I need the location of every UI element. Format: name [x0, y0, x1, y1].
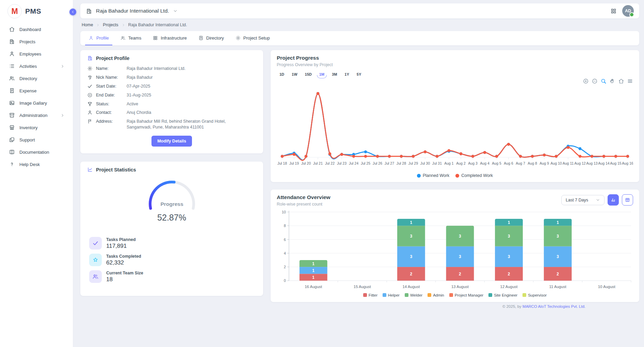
grid-icon	[153, 35, 158, 41]
svg-text:Aug 11: Aug 11	[563, 161, 574, 165]
breadcrumb-home[interactable]: Home	[82, 22, 93, 27]
legend-welder[interactable]: Welder	[405, 293, 422, 297]
chart-line-icon	[87, 167, 93, 172]
range-button-1m[interactable]: 1M	[317, 71, 327, 77]
tab-infrastructure[interactable]: Infrastructure	[149, 31, 190, 45]
people-icon	[9, 75, 15, 81]
stat-tasks-planned: Tasks Planned117,891	[89, 237, 256, 250]
legend-label: Completed Work	[461, 173, 493, 178]
profile-field-nick-name: Nick Name:Raja Bahadur	[87, 75, 256, 80]
svg-text:15 August: 15 August	[354, 285, 371, 289]
sidebar-item-directory[interactable]: Directory	[0, 72, 73, 85]
stat-value: 62,332	[106, 259, 141, 266]
legend-label: Site Engineer	[494, 293, 517, 297]
footer-company-link[interactable]: MARCO AIoT Technologies Pvt. Ltd.	[522, 304, 585, 308]
sidebar-item-documentation[interactable]: Documentation	[0, 146, 73, 158]
legend-swatch	[449, 293, 453, 297]
footer-prefix: © 2025, by	[502, 304, 521, 308]
range-button-3m[interactable]: 3M	[329, 71, 340, 77]
svg-text:Aug 9: Aug 9	[540, 161, 549, 165]
flag-icon	[87, 119, 93, 124]
sidebar-item-help-desk[interactable]: Help Desk	[0, 158, 73, 170]
sidebar-item-administration[interactable]: Administration	[0, 109, 73, 121]
legend-completed-work[interactable]: Completed Work	[455, 173, 493, 178]
legend-supervisor[interactable]: Supervisor	[522, 293, 547, 297]
zoom-in-button[interactable]	[583, 78, 589, 85]
sidebar-item-support[interactable]: Support	[0, 134, 73, 146]
breadcrumb-projects[interactable]: Projects	[103, 22, 118, 27]
zoom-selection-button[interactable]	[600, 78, 607, 85]
legend-label: Project Manager	[455, 293, 483, 297]
stat-label: Tasks Completed	[106, 254, 141, 259]
svg-text:Aug 2: Aug 2	[456, 161, 466, 165]
person-icon	[88, 35, 94, 41]
svg-text:Aug 5: Aug 5	[492, 161, 501, 165]
tab-directory[interactable]: Directory	[195, 31, 227, 45]
sidebar-item-expense[interactable]: Expense	[0, 85, 73, 97]
range-button-5y[interactable]: 5Y	[354, 71, 364, 77]
profile-field-start-date: Start Date:07-Apr-2025	[87, 84, 256, 89]
apps-grid-button[interactable]	[610, 8, 617, 14]
field-value: 07-Apr-2025	[127, 84, 150, 89]
brand-logo[interactable]: M PMS	[0, 0, 73, 23]
svg-text:3: 3	[557, 234, 559, 239]
sidebar-item-label: Expense	[19, 88, 37, 93]
stat-label: Current Team Size	[106, 271, 143, 275]
tab-profile[interactable]: Profile	[85, 31, 112, 45]
sidebar: M PMS DashboardProjectsEmployeesActiviti…	[0, 0, 73, 347]
modify-details-button[interactable]: Modify Details	[151, 136, 192, 147]
table-view-button[interactable]	[622, 194, 633, 206]
svg-text:Jul 18: Jul 18	[277, 161, 287, 165]
date-range-select[interactable]: Last 7 Days	[561, 195, 605, 205]
menu-button[interactable]	[627, 78, 633, 85]
sidebar-item-inventory[interactable]: Inventory	[0, 121, 73, 134]
tab-label: Teams	[128, 35, 141, 41]
attendance-card-subtitle: Role-wise present count	[277, 202, 331, 207]
legend-planned-work[interactable]: Planned Work	[417, 173, 449, 178]
legend-dot	[417, 174, 421, 178]
legend-project-manager[interactable]: Project Manager	[449, 293, 483, 297]
sidebar-item-label: Inventory	[19, 125, 37, 130]
zoom-out-button[interactable]	[592, 78, 598, 85]
svg-text:2: 2	[284, 265, 286, 269]
chev-r-icon	[60, 113, 65, 118]
legend-site-engineer[interactable]: Site Engineer	[488, 293, 517, 297]
svg-text:3: 3	[459, 255, 461, 259]
profile-field-name: Name:Raja Bahadur International Ltd.	[87, 66, 256, 72]
legend-fitter[interactable]: Fitter	[363, 293, 377, 297]
sidebar-item-dashboard[interactable]: Dashboard	[0, 23, 73, 35]
hand-icon	[609, 78, 615, 84]
pan-button[interactable]	[609, 78, 615, 85]
tab-project-setup[interactable]: Project Setup	[232, 31, 273, 45]
range-button-1w[interactable]: 1W	[289, 71, 300, 77]
sidebar-item-activities[interactable]: Activities	[0, 60, 73, 72]
sidebar-item-employees[interactable]: Employees	[0, 48, 73, 60]
progress-gauge: Progress 52.87%	[141, 177, 203, 223]
target-icon	[87, 92, 93, 98]
bar-chart-view-button[interactable]	[608, 194, 619, 206]
range-button-15d[interactable]: 15D	[302, 71, 315, 77]
sidebar-collapse-button[interactable]	[69, 9, 76, 15]
company-selector[interactable]: Raja Bahadur International Ltd.	[86, 8, 178, 14]
svg-text:Aug 1: Aug 1	[444, 161, 454, 165]
sidebar-item-image-gallary[interactable]: Image Gallary	[0, 97, 73, 109]
svg-text:3: 3	[508, 234, 510, 239]
legend-admin[interactable]: Admin	[428, 293, 444, 297]
attendance-chart[interactable]: 024681011116 August15 August233114 Augus…	[277, 209, 633, 291]
apps-grid-icon	[610, 8, 617, 14]
reset-home-button[interactable]	[618, 78, 624, 85]
help-icon	[9, 161, 15, 167]
project-progress-chart[interactable]: Jul 18Jul 19Jul 20Jul 21Jul 22Jul 23Jul …	[277, 85, 633, 172]
legend-helper[interactable]: Helper	[383, 293, 400, 297]
field-label: Nick Name:	[96, 75, 123, 80]
stat-value: 18	[106, 276, 143, 283]
range-button-1d[interactable]: 1D	[277, 71, 287, 77]
tab-teams[interactable]: Teams	[117, 31, 145, 45]
user-avatar[interactable]: AD	[622, 5, 634, 17]
star-icon	[92, 257, 99, 263]
legend-label: Admin	[433, 293, 444, 297]
sidebar-item-projects[interactable]: Projects	[0, 35, 73, 48]
bar-chart-icon	[610, 197, 616, 203]
svg-text:14 August: 14 August	[402, 285, 420, 289]
range-button-1y[interactable]: 1Y	[342, 71, 352, 77]
